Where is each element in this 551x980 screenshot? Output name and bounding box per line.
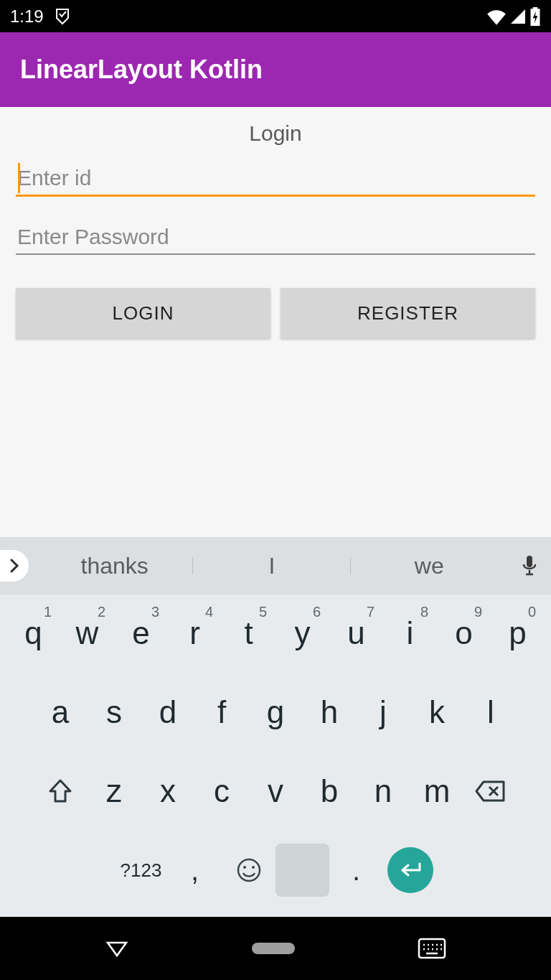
suggestion-1[interactable]: thanks — [36, 553, 193, 579]
key-p[interactable]: p0 — [491, 602, 545, 665]
text-cursor — [18, 163, 20, 193]
cell-signal-icon — [509, 8, 527, 25]
status-right — [486, 7, 541, 26]
navigation-bar — [0, 917, 551, 980]
button-row: LOGIN REGISTER — [16, 288, 535, 338]
period-key[interactable]: . — [329, 839, 383, 902]
app-bar: LinearLayout Kotlin — [0, 32, 551, 107]
key-n[interactable]: n — [357, 760, 410, 823]
battery-charging-icon — [529, 7, 541, 26]
key-num: 4 — [205, 604, 213, 620]
key-row-2: asdfghjkl — [4, 681, 547, 744]
key-e[interactable]: e3 — [114, 602, 168, 665]
home-button[interactable] — [252, 943, 295, 954]
key-a[interactable]: a — [34, 681, 88, 744]
key-v[interactable]: v — [249, 760, 303, 823]
shift-key[interactable] — [34, 760, 88, 823]
key-j[interactable]: j — [357, 681, 410, 744]
svg-rect-1 — [533, 7, 538, 9]
key-s[interactable]: s — [88, 681, 141, 744]
key-u[interactable]: u7 — [329, 602, 383, 665]
login-form: Login LOGIN REGISTER — [0, 107, 551, 537]
key-num: 2 — [98, 604, 105, 620]
keyboard-switch-button[interactable] — [418, 938, 446, 959]
backspace-key[interactable] — [464, 760, 518, 823]
key-b[interactable]: b — [303, 760, 357, 823]
id-input[interactable] — [16, 162, 535, 197]
suggestion-2[interactable]: I — [193, 553, 350, 579]
back-button[interactable] — [105, 938, 129, 958]
login-heading: Login — [16, 121, 535, 146]
key-m[interactable]: m — [410, 760, 464, 823]
key-d[interactable]: d — [141, 681, 195, 744]
key-x[interactable]: x — [141, 760, 195, 823]
svg-rect-2 — [527, 556, 532, 567]
key-h[interactable]: h — [303, 681, 357, 744]
key-z[interactable]: z — [88, 760, 141, 823]
key-g[interactable]: g — [249, 681, 303, 744]
status-bar: 1:19 — [0, 0, 551, 32]
key-row-4: ?123 , . — [4, 839, 547, 902]
key-num: 0 — [528, 604, 536, 620]
svg-point-7 — [252, 866, 255, 869]
app-title: LinearLayout Kotlin — [20, 55, 263, 85]
key-y[interactable]: y6 — [276, 602, 329, 665]
key-c[interactable]: c — [195, 760, 249, 823]
key-num: 1 — [44, 604, 52, 620]
key-row-1: q1w2e3r4t5y6u7i8o9p0 — [4, 602, 547, 665]
app-notification-icon — [54, 8, 71, 25]
svg-point-6 — [243, 866, 246, 869]
expand-suggestions-button[interactable] — [0, 550, 29, 582]
emoji-key[interactable] — [222, 839, 276, 902]
login-button[interactable]: LOGIN — [16, 288, 270, 338]
key-num: 6 — [313, 604, 321, 620]
status-time: 1:19 — [10, 6, 44, 27]
key-f[interactable]: f — [195, 681, 249, 744]
suggestion-3[interactable]: we — [351, 553, 508, 579]
key-r[interactable]: r4 — [168, 602, 222, 665]
key-num: 5 — [259, 604, 267, 620]
key-q[interactable]: q1 — [6, 602, 60, 665]
svg-point-5 — [238, 859, 260, 881]
status-left: 1:19 — [10, 6, 71, 27]
key-w[interactable]: w2 — [60, 602, 114, 665]
key-num: 8 — [420, 604, 428, 620]
enter-key[interactable] — [383, 839, 437, 902]
key-num: 9 — [474, 604, 482, 620]
password-field-wrapper — [16, 220, 535, 259]
key-i[interactable]: i8 — [383, 602, 437, 665]
svg-rect-8 — [252, 943, 295, 954]
comma-key[interactable]: , — [168, 839, 222, 902]
key-l[interactable]: l — [464, 681, 518, 744]
space-key[interactable] — [276, 844, 329, 897]
suggestions: thanks I we — [36, 537, 508, 594]
password-input[interactable] — [16, 220, 535, 255]
id-field-wrapper — [16, 162, 535, 200]
key-o[interactable]: o9 — [437, 602, 491, 665]
key-row-3: zxcvbnm — [4, 760, 547, 823]
key-num: 7 — [367, 604, 375, 620]
register-button[interactable]: REGISTER — [281, 288, 535, 338]
key-k[interactable]: k — [410, 681, 464, 744]
mic-button[interactable] — [508, 554, 551, 577]
suggestion-bar: thanks I we — [0, 537, 551, 594]
key-rows: q1w2e3r4t5y6u7i8o9p0 asdfghjkl zxcvbnm ?… — [0, 594, 551, 928]
symbols-key[interactable]: ?123 — [114, 839, 168, 902]
key-t[interactable]: t5 — [222, 602, 276, 665]
soft-keyboard: thanks I we q1w2e3r4t5y6u7i8o9p0 asdfghj… — [0, 537, 551, 928]
wifi-icon — [486, 8, 507, 25]
key-num: 3 — [151, 604, 159, 620]
